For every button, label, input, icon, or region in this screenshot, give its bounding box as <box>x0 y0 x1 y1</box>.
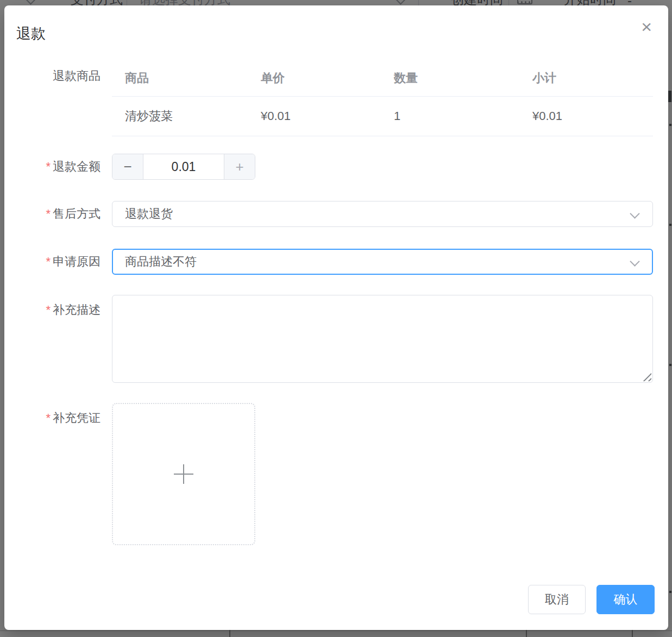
refund-products-label: 退款商品 <box>4 68 101 84</box>
refund-amount-input[interactable]: 0.01 <box>143 154 224 179</box>
table-header-row: 商品 单价 数量 小计 <box>112 62 653 97</box>
required-mark: * <box>46 411 51 425</box>
apply-reason-label: *申请原因 <box>4 249 101 275</box>
column-header-subtotal: 小计 <box>532 70 653 86</box>
required-mark: * <box>46 207 51 220</box>
supplement-description-input[interactable] <box>112 295 653 383</box>
refund-amount-label: *退款金额 <box>4 154 101 180</box>
close-icon[interactable]: × <box>641 17 652 36</box>
upload-picture-button[interactable] <box>112 403 255 545</box>
increase-button[interactable]: + <box>224 154 255 179</box>
decrease-button[interactable]: − <box>112 154 143 179</box>
supplement-description-label: *补充描述 <box>4 302 101 318</box>
refund-dialog: 退款 × 退款商品 商品 单价 数量 小计 清炒菠菜 ¥0.01 1 ¥0.01… <box>4 5 668 630</box>
column-header-product: 商品 <box>112 70 261 86</box>
confirm-button[interactable]: 确认 <box>596 585 655 614</box>
refund-amount-stepper: − 0.01 + <box>112 154 255 180</box>
column-header-quantity: 数量 <box>394 70 532 86</box>
chevron-down-icon <box>630 256 639 266</box>
cell-product-name: 清炒菠菜 <box>112 108 261 124</box>
cell-subtotal: ¥0.01 <box>532 109 653 123</box>
refund-products-table: 商品 单价 数量 小计 清炒菠菜 ¥0.01 1 ¥0.01 <box>112 62 653 136</box>
required-mark: * <box>46 255 51 268</box>
cell-unit-price: ¥0.01 <box>261 109 394 123</box>
supplement-evidence-label: *补充凭证 <box>4 410 101 426</box>
required-mark: * <box>46 303 51 317</box>
cancel-button[interactable]: 取消 <box>528 585 586 614</box>
selected-value: 退款退货 <box>125 207 173 220</box>
plus-icon <box>174 464 193 484</box>
chevron-down-icon <box>630 209 639 218</box>
column-header-price: 单价 <box>261 70 394 86</box>
cell-quantity: 1 <box>394 109 532 123</box>
dialog-title: 退款 <box>16 24 46 43</box>
table-row: 清炒菠菜 ¥0.01 1 ¥0.01 <box>112 97 653 136</box>
aftersales-method-label: *售后方式 <box>4 201 101 227</box>
aftersales-method-select[interactable]: 退款退货 <box>112 201 653 227</box>
apply-reason-select[interactable]: 商品描述不符 <box>112 249 653 275</box>
required-mark: * <box>46 160 51 173</box>
selected-value: 商品描述不符 <box>125 255 197 268</box>
